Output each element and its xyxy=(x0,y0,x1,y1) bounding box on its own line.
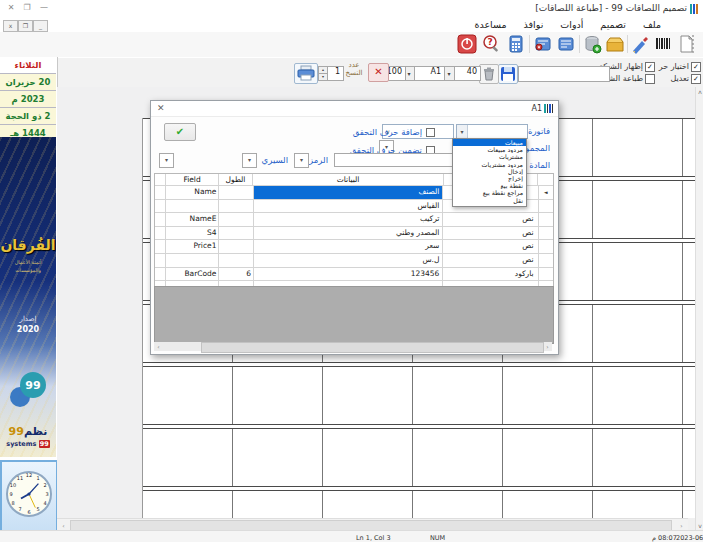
dialog-horizontal-scrollbar[interactable]: ‹ › xyxy=(154,342,552,351)
scroll-left-icon[interactable]: ‹ xyxy=(154,343,163,350)
column-header-field: Field xyxy=(166,174,219,185)
clock-panel: 12123 4567 891011 xyxy=(0,460,58,532)
show-grid-checkbox[interactable]: ✓ xyxy=(645,62,655,72)
invoice-option[interactable]: إدخال xyxy=(453,168,526,175)
copies-value[interactable]: 1 xyxy=(327,66,344,81)
app-icon xyxy=(690,4,700,14)
logo-99-circles: 99 xyxy=(0,365,56,415)
svg-text:2: 2 xyxy=(43,482,46,488)
menu-item[interactable]: تصميم xyxy=(598,19,628,30)
serial-dropdown-button[interactable]: ▾ xyxy=(242,153,257,168)
main-toolbar: ? xyxy=(0,32,703,58)
export-card-icon[interactable] xyxy=(533,34,553,54)
status-date: 2023-06-20 xyxy=(676,534,703,542)
cancel-button[interactable]: ✕ xyxy=(368,63,389,82)
invoice-option[interactable]: مردود مبيعات xyxy=(453,146,526,153)
invoice-label: فاتورة xyxy=(528,126,550,136)
template-combobox[interactable] xyxy=(518,66,610,82)
menu-items: ملفتصميمأدواتنوافذمساعدة xyxy=(472,19,663,30)
products-box-icon[interactable] xyxy=(605,34,625,54)
trash-button[interactable] xyxy=(479,64,499,84)
status-bar: Ln 1, Col 3 NUM 08:07 م 2023-06-20 xyxy=(0,530,703,542)
design-brush-icon[interactable] xyxy=(630,34,650,54)
exit-icon[interactable] xyxy=(457,34,477,54)
menu-item[interactable]: أدوات xyxy=(558,19,585,30)
window-restore-button[interactable]: ❐ xyxy=(21,2,33,14)
table-row[interactable]: Price1سعرنص xyxy=(155,239,553,253)
menu-bar: x ❐ _ ملفتصميمأدواتنوافذمساعدة xyxy=(0,18,703,32)
invoice-option[interactable]: مردود مشتريات xyxy=(453,161,526,168)
menu-item[interactable]: ملف xyxy=(641,19,663,30)
invoice-option[interactable]: إخراج xyxy=(453,175,526,182)
table-row[interactable]: BarCode6123456باركود xyxy=(155,267,553,281)
window-minimize-button[interactable]: — xyxy=(38,2,50,14)
invoice-option[interactable]: مراجع نقطة بيع xyxy=(453,189,526,196)
brand-subtitle-1: أتمتة الأعمال xyxy=(0,259,56,265)
grid-size-value[interactable]: 40 xyxy=(454,66,481,81)
help-search-icon[interactable]: ? xyxy=(481,34,501,54)
code-textbox[interactable] xyxy=(334,153,453,167)
scroll-right-icon[interactable]: › xyxy=(677,522,686,529)
scroll-thumb[interactable] xyxy=(201,342,544,353)
barcode-print-dialog: ✕ A1 فاتورة المجموعة المادة ▾ ∨ ▾ ✔ إضاف… xyxy=(150,100,559,355)
svg-text:9: 9 xyxy=(9,491,12,497)
menu-item[interactable]: مساعدة xyxy=(472,19,508,30)
invoice-option[interactable]: مشتريات xyxy=(453,153,526,160)
table-row[interactable]: ل.سنص xyxy=(155,253,553,267)
scroll-down-icon[interactable]: v xyxy=(696,522,703,529)
scroll-right-icon[interactable]: › xyxy=(543,343,552,350)
window-title: تصميم اللصاقات 99 - [طباعة اللصاقات] xyxy=(535,3,687,13)
print-button[interactable] xyxy=(294,63,318,84)
gregorian-year-cell: 2023 م xyxy=(0,91,56,108)
invoice-option[interactable]: نقل xyxy=(453,197,526,204)
free-select-checkbox[interactable]: ✓ xyxy=(691,62,701,72)
svg-text:10: 10 xyxy=(10,482,16,488)
invoice-dropdown-list: مبيعاتمردود مبيعاتمشترياتمردود مشترياتإد… xyxy=(452,138,527,207)
database-add-icon[interactable] xyxy=(582,34,602,54)
page-size-combobox[interactable]: A1 xyxy=(414,66,445,81)
num-lock-indicator: NUM xyxy=(430,534,445,542)
code-dropdown-button[interactable]: ▾ xyxy=(294,153,309,168)
version-label: إصدار xyxy=(0,315,56,323)
scroll-up-icon[interactable]: ʌ xyxy=(696,88,703,95)
extra-dropdown-button[interactable]: ▾ xyxy=(159,153,174,168)
add-check-char-checkbox[interactable] xyxy=(426,128,435,137)
print-grid-checkbox[interactable] xyxy=(645,74,655,84)
save-button[interactable] xyxy=(498,64,518,84)
svg-text:11: 11 xyxy=(17,475,23,481)
dialog-title: A1 xyxy=(531,104,542,113)
copies-down-button[interactable]: ▾ xyxy=(318,73,328,81)
import-card-icon[interactable] xyxy=(556,34,576,54)
invoice-option[interactable]: نقطة بيع xyxy=(453,182,526,189)
new-document-icon[interactable] xyxy=(676,34,696,54)
table-row[interactable]: NameEتركيبنص xyxy=(155,212,553,226)
mdi-close-button[interactable]: x xyxy=(3,20,18,32)
invoice-combobox[interactable]: ▾ xyxy=(456,124,528,139)
window-close-button[interactable]: ✕ xyxy=(5,2,17,14)
svg-text:12: 12 xyxy=(26,472,32,478)
svg-text:?: ? xyxy=(487,37,492,47)
table-row[interactable]: S4المصدر وطنينص xyxy=(155,226,553,240)
window-titlebar: ✕ ❐ — تصميم اللصاقات 99 - [طباعة اللصاقا… xyxy=(0,0,703,19)
dialog-close-icon[interactable]: ✕ xyxy=(157,103,165,113)
item-label: المادة xyxy=(529,160,550,170)
menu-item[interactable]: نوافذ xyxy=(522,19,546,30)
serial-label: السيري xyxy=(262,155,288,165)
vertical-scrollbar[interactable]: ʌ v xyxy=(695,87,703,530)
barcode-icon[interactable] xyxy=(653,34,673,54)
mdi-restore-button[interactable]: ❐ xyxy=(18,20,33,32)
free-select-label: اختيار حر xyxy=(659,62,689,71)
chevron-down-icon[interactable]: ▾ xyxy=(457,125,468,138)
hijri-day-cell: 2 ذو الحجة xyxy=(0,108,56,125)
svg-text:7: 7 xyxy=(18,506,21,512)
mdi-minimize-button[interactable]: _ xyxy=(33,20,48,32)
edit-checkbox[interactable]: ✓ xyxy=(691,74,701,84)
column-header-data: البيانات xyxy=(253,174,445,185)
scroll-left-icon[interactable]: ‹ xyxy=(59,522,68,529)
svg-text:1: 1 xyxy=(36,475,39,481)
calculator-icon[interactable] xyxy=(506,34,526,54)
svg-text:99: 99 xyxy=(25,379,40,392)
confirm-button[interactable]: ✔ xyxy=(164,123,196,141)
invoice-option[interactable]: مبيعات xyxy=(453,139,526,146)
brand-banner: الفُرقان أتمتة الأعمال والمؤسسات إصدار 2… xyxy=(0,137,56,457)
